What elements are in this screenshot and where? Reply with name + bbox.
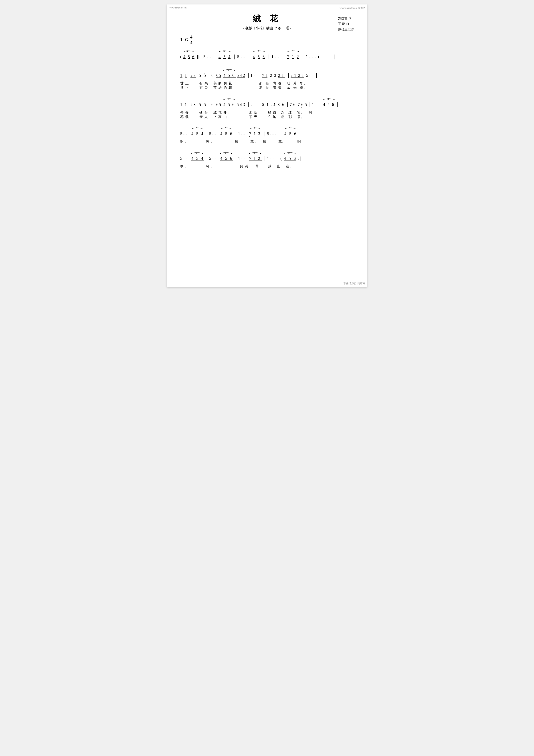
- svg-text:│: │: [286, 102, 289, 107]
- verse2-section: 1 1 2 3 5 5 · │ 6 6 5 3 4 5 6 5 4 3 │: [180, 96, 354, 119]
- svg-text:2: 2: [270, 73, 272, 78]
- intro-section: ( 3 4 5 6 ‖: 5 - - 3 4 5 4: [180, 50, 354, 61]
- chorus2-lyrics: 啊， 啊， 一 路 芬 芳 满 山 崖。: [180, 164, 354, 169]
- svg-text:│: │: [336, 102, 339, 107]
- svg-text:6: 6: [294, 132, 296, 136]
- svg-text:1: 1: [266, 73, 268, 78]
- verse1-lyrics1: 世 上 有 朵 美 丽 的 花， 那 是 青 春 吐 芳 华。: [180, 81, 354, 86]
- svg-text:7: 7: [287, 55, 289, 59]
- svg-text:1  -  -: 1 - -: [271, 55, 279, 59]
- verse1-lyrics2: 世 上 有 朵 英 雄 的 花， 那 是 青 春 放 光 华。: [180, 86, 354, 90]
- svg-text:4: 4: [201, 132, 203, 136]
- svg-text:1: 1: [185, 102, 187, 107]
- svg-text:5: 5: [199, 102, 201, 107]
- svg-text:4: 4: [253, 55, 255, 59]
- svg-text:5  -  -: 5 - -: [203, 55, 211, 59]
- svg-text:·: ·: [249, 135, 250, 138]
- svg-text:5: 5: [225, 156, 227, 161]
- svg-text:│: │: [206, 131, 209, 136]
- svg-text:4: 4: [273, 102, 275, 107]
- svg-text:6: 6: [211, 102, 214, 107]
- svg-text:3: 3: [228, 68, 229, 71]
- svg-text:5: 5: [262, 102, 264, 107]
- svg-text:1: 1: [185, 73, 187, 78]
- chorus1-lyrics: 啊， 啊， 绒 花， 绒 花。 啊: [180, 140, 354, 144]
- credit-lyricist: 刘国富 词: [338, 15, 354, 21]
- svg-text:6: 6: [293, 102, 295, 107]
- svg-text:4: 4: [223, 102, 225, 107]
- svg-text:·: ·: [290, 101, 291, 104]
- svg-text:1  -  -: 1 - -: [238, 156, 245, 161]
- svg-text:6: 6: [232, 73, 234, 78]
- svg-text:7: 7: [262, 73, 264, 78]
- svg-text:1: 1: [180, 73, 182, 78]
- svg-text:3: 3: [193, 102, 195, 107]
- watermark-br: 本曲谱源自 简谱网: [343, 282, 365, 285]
- svg-text:1  -  -: 1 - -: [267, 156, 274, 161]
- svg-text:│: │: [259, 102, 262, 107]
- svg-text:·: ·: [204, 101, 205, 104]
- svg-text:│: │: [247, 102, 250, 107]
- key-indicator: 1=G: [180, 37, 189, 42]
- svg-text:│: │: [333, 54, 336, 60]
- svg-text:4: 4: [228, 55, 231, 59]
- svg-text:4: 4: [183, 55, 186, 59]
- svg-text:5  -  -  -: 5 - - -: [267, 132, 276, 136]
- credit-transcriber: 剩椒王记谱: [338, 27, 354, 32]
- svg-text:3: 3: [228, 97, 229, 100]
- svg-text:4: 4: [284, 132, 286, 136]
- svg-text:4: 4: [323, 102, 325, 107]
- svg-text:6: 6: [332, 102, 334, 107]
- credit-composer: 王 酩 曲: [338, 21, 354, 27]
- svg-text:·: ·: [264, 76, 265, 80]
- chorus2-section: 5 - - 3 4 5 4 │ 5 - - 3 4 5 6 │ 1 - - 3 …: [180, 150, 354, 169]
- svg-text:2: 2: [243, 73, 245, 78]
- svg-text:3: 3: [196, 151, 197, 154]
- svg-text:·: ·: [204, 72, 205, 75]
- svg-text:│: │: [208, 102, 211, 107]
- svg-text:2  -: 2 -: [250, 102, 255, 107]
- svg-text:4: 4: [191, 132, 193, 136]
- svg-text:·: ·: [286, 57, 287, 61]
- page: www.jianpu8.com www.jianpu8.com 简谱网 绒 花 …: [167, 5, 367, 287]
- svg-text:6: 6: [232, 102, 234, 107]
- svg-text:2: 2: [191, 73, 192, 78]
- svg-text:│: │: [235, 156, 238, 161]
- svg-text:6: 6: [230, 132, 232, 136]
- svg-text:3: 3: [254, 151, 255, 154]
- svg-text:1: 1: [180, 102, 182, 107]
- svg-text:│: │: [259, 73, 262, 78]
- svg-text:5: 5: [188, 55, 190, 59]
- svg-text:2: 2: [297, 55, 299, 59]
- svg-text:1: 1: [302, 73, 304, 78]
- credits: 刘国富 词 王 酩 曲 剩椒王记谱: [338, 15, 354, 33]
- svg-text:│: │: [264, 131, 266, 136]
- svg-text:5: 5: [228, 73, 230, 78]
- svg-text:4: 4: [240, 73, 242, 78]
- svg-text:6: 6: [216, 102, 218, 107]
- watermark-tl: www.jianpu8.com: [169, 6, 187, 9]
- svg-text:1  -: 1 -: [250, 73, 255, 78]
- song-subtitle: （电影《小花》插曲 李谷一 唱）: [180, 26, 354, 31]
- song-title: 绒 花: [180, 14, 354, 24]
- svg-text:1  -  -: 1 - -: [312, 102, 318, 107]
- svg-text:6: 6: [216, 73, 218, 78]
- svg-text:2: 2: [191, 102, 192, 107]
- svg-text:5: 5: [223, 55, 226, 59]
- svg-text:3: 3: [193, 73, 195, 78]
- svg-text:·: ·: [291, 72, 291, 75]
- watermark-tr: www.jianpu8.com 简谱网: [340, 6, 365, 10]
- svg-text:3: 3: [223, 50, 225, 52]
- svg-text:·: ·: [283, 101, 283, 104]
- svg-text:5: 5: [327, 102, 330, 107]
- svg-text:3: 3: [278, 102, 280, 107]
- svg-text:5  -  -: 5 - -: [209, 156, 216, 161]
- verse2-lyrics1: 铮 铮 硬 骨 绒 花 开， 沥 沥 鲜 血 染 红 它。 啊: [180, 110, 354, 115]
- svg-text:2: 2: [270, 102, 272, 107]
- svg-text:4: 4: [240, 102, 242, 107]
- svg-text::‖: :‖: [298, 156, 302, 161]
- svg-text:6: 6: [263, 55, 265, 59]
- svg-text:5: 5: [237, 73, 239, 78]
- svg-text:5: 5: [237, 102, 239, 107]
- svg-text:5: 5: [199, 73, 201, 78]
